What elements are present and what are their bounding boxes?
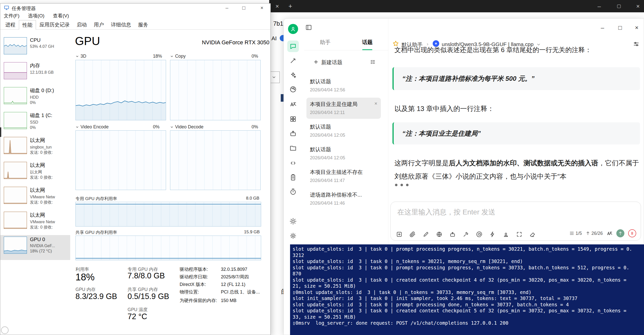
tab-services[interactable]: 服务: [135, 20, 152, 29]
terminal-line: slot update_slots: id 3 | task 0 | promp…: [293, 246, 641, 252]
topic-close-icon[interactable]: ×: [374, 101, 377, 106]
gpu-chart-decode-label[interactable]: Video Decode: [175, 124, 204, 130]
breadcrumb-separator: ›: [427, 41, 428, 47]
topic-item[interactable]: 默认话题 2026/04/04 12:56: [306, 75, 381, 96]
mcp-tools-hammer-icon[interactable]: [463, 231, 469, 237]
attachment-icon[interactable]: [410, 231, 416, 237]
stamp-icon[interactable]: [503, 231, 509, 237]
terminal-line: ▯0msrv log_server_r: done request: POST …: [293, 320, 641, 326]
topic-item[interactable]: 进场道路补偿标准不... 2026/04/04 11:46: [306, 188, 381, 209]
perf-item-sub: SSD: [30, 120, 52, 125]
code-icon[interactable]: [287, 157, 299, 169]
mention-at-icon[interactable]: [476, 231, 482, 237]
close-button[interactable]: ×: [631, 23, 642, 32]
perf-item-cpu[interactable]: CPU 53% 4.07 GH: [0, 36, 70, 61]
terminal-line: 870: [293, 271, 641, 277]
theme-sun-icon[interactable]: [287, 215, 299, 227]
topic-date: 2026/04/04 11:47: [310, 178, 377, 183]
gpu-chart-encode-label[interactable]: Video Encode: [80, 124, 109, 130]
tab-topics[interactable]: 话题: [346, 37, 389, 50]
message-input-placeholder[interactable]: 在这里输入消息，按 Enter 发送: [397, 207, 495, 217]
maximize-button[interactable]: □: [236, 4, 251, 12]
background-close-button[interactable]: ×: [632, 0, 643, 12]
maximize-button[interactable]: □: [615, 23, 626, 32]
minimize-button[interactable]: –: [597, 23, 608, 32]
expand-icon[interactable]: [516, 231, 522, 237]
model-chevron-down-icon[interactable]: [536, 42, 541, 47]
message-input-box[interactable]: 在这里输入消息，按 Enter 发送 1/5 26/26: [390, 202, 641, 241]
pen-icon[interactable]: [423, 231, 429, 237]
tab-assistants[interactable]: 助手: [304, 37, 346, 50]
paintings-palette-icon[interactable]: [287, 84, 299, 95]
ethernet2-mini-chart: [4, 162, 27, 179]
perf-item-sub: 0%: [30, 125, 52, 130]
chevron-down-icon: [170, 125, 174, 129]
sparkles-icon[interactable]: [287, 69, 299, 81]
menu-options[interactable]: 选项(O): [28, 13, 44, 19]
task-manager-titlebar[interactable]: 任务管理器 – □ ×: [0, 4, 270, 12]
tab-performance[interactable]: 性能: [19, 20, 36, 30]
background-ai-label: AI: [271, 35, 277, 42]
chat-settings-sliders-icon[interactable]: [633, 41, 639, 47]
model-selector[interactable]: unsloth/Qwen3.5-9B-GGUF | llama.cpp: [442, 41, 534, 47]
send-button[interactable]: [616, 229, 624, 237]
menu-file[interactable]: 文件(F): [4, 13, 19, 19]
translate-input-icon[interactable]: [607, 230, 613, 236]
background-minimize-button[interactable]: –: [594, 0, 605, 12]
knowledge-attach-icon[interactable]: [450, 231, 456, 237]
topic-item[interactable]: 默认话题 2026/04/04 12:05: [306, 120, 381, 141]
new-topic-button[interactable]: 新建话题: [304, 56, 388, 68]
tab-startup[interactable]: 启动: [73, 20, 90, 29]
gpu-chart-3d-label[interactable]: 3D: [80, 54, 86, 59]
web-search-globe-icon[interactable]: [436, 231, 442, 237]
perf-item-memory[interactable]: 内存 12.1/31.8 GB: [0, 61, 70, 86]
notes-clipboard-icon[interactable]: [287, 172, 299, 183]
knowledge-base-icon[interactable]: [287, 128, 299, 139]
multi-select-icon[interactable]: [370, 59, 376, 65]
topic-item-selected[interactable]: 本项目业主是住建局 2026/04/04 12:11 ×: [306, 98, 381, 119]
agents-nav-wand-icon[interactable]: [287, 55, 299, 66]
clear-eraser-icon[interactable]: [530, 231, 536, 237]
background-new-tab-icon[interactable]: +: [286, 0, 295, 12]
background-tab-close-icon[interactable]: ×: [273, 0, 282, 12]
corner-widget[interactable]: [1, 326, 9, 334]
tab-processes[interactable]: 进程: [2, 20, 19, 29]
avatar[interactable]: [288, 24, 298, 34]
perf-item-gpu0[interactable]: GPU 0 NVIDIA GeF... 18% (72 °C): [0, 235, 70, 260]
perf-item-ethernet4[interactable]: 以太网 VMware Netw 发送: 0 接收:: [0, 210, 70, 235]
terminal-line: slot update_slots: id 3 | task 0 | n_tok…: [293, 258, 641, 265]
stat-shared-label: 共享 GPU 内存: [128, 286, 158, 292]
minimize-button[interactable]: –: [220, 4, 234, 12]
up-arrow-icon: [586, 231, 590, 236]
topic-item[interactable]: 默认话题 2026/04/04 12:05: [306, 143, 381, 164]
pause-button[interactable]: [628, 229, 636, 237]
topic-item[interactable]: 本项目业主描述不存在 2026/04/04 11:47: [306, 166, 381, 187]
quick-phrase-zap-icon[interactable]: [490, 231, 496, 237]
detail-directx-version: DirectX 版本:12 (FL 12.1): [180, 281, 245, 287]
tab-bar: 进程 性能 应用历史记录 启动 用户 详细信息 服务: [0, 20, 270, 30]
assistants-nav-chat-icon[interactable]: [287, 41, 299, 52]
translate-icon[interactable]: [287, 98, 299, 110]
assistant-star-icon[interactable]: [392, 40, 399, 47]
perf-item-ethernet1[interactable]: 以太网 singbox_tun 发送: 0 接收:: [0, 135, 70, 160]
close-button[interactable]: ×: [255, 4, 269, 12]
background-maximize-button[interactable]: ▢: [613, 0, 624, 12]
tab-app-history[interactable]: 应用历史记录: [36, 20, 73, 29]
tab-details[interactable]: 详细信息: [107, 20, 135, 29]
timer-icon[interactable]: [287, 186, 299, 198]
menu-view[interactable]: 查看(V): [53, 13, 69, 19]
tab-users[interactable]: 用户: [90, 20, 107, 29]
perf-item-disk1[interactable]: 磁盘 1 (C: SSD 0%: [0, 110, 70, 135]
mini-apps-grid-icon[interactable]: [287, 113, 299, 125]
terminal-window[interactable]: slot update_slots: id 3 | task 0 | promp…: [290, 244, 644, 335]
context-count[interactable]: 1/5: [569, 231, 582, 236]
settings-gear-icon[interactable]: [287, 230, 299, 242]
add-context-icon[interactable]: [396, 231, 402, 237]
gpu-chart-copy-label[interactable]: Copy: [175, 54, 186, 59]
perf-item-ethernet2[interactable]: 以太网 以太网 发送: 0 接收:: [0, 160, 70, 185]
memory-mini-chart: [4, 62, 27, 79]
menu-bar: 文件(F) 选项(O) 查看(V): [0, 12, 270, 20]
perf-item-disk0[interactable]: 磁盘 0 (D:) HDD 0%: [0, 86, 70, 110]
perf-item-ethernet3[interactable]: 以太网 VMware Netw 发送: 0 接收:: [0, 185, 70, 210]
files-folder-icon[interactable]: [287, 142, 299, 154]
